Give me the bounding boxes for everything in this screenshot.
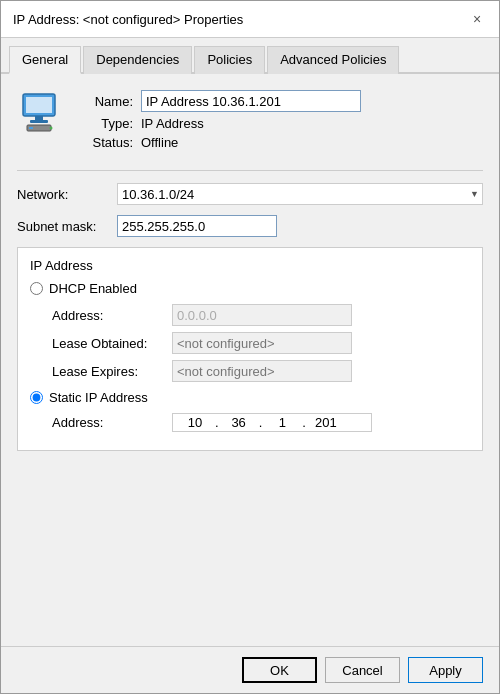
header-fields: Name: Type: IP Address Status: Offline — [73, 90, 483, 154]
close-button[interactable]: × — [467, 9, 487, 29]
tab-general[interactable]: General — [9, 46, 81, 74]
static-subfields: Address: . . . — [52, 413, 470, 432]
lease-obtained-input — [172, 332, 352, 354]
cancel-button[interactable]: Cancel — [325, 657, 400, 683]
lease-expires-input — [172, 360, 352, 382]
subnet-label: Subnet mask: — [17, 219, 117, 234]
dhcp-radio[interactable] — [30, 282, 43, 295]
dhcp-address-input — [172, 304, 352, 326]
status-label: Status: — [73, 135, 133, 150]
network-row: Network: 10.36.1.0/24 — [17, 183, 483, 205]
footer: OK Cancel Apply — [1, 646, 499, 693]
ip-dot-2: . — [257, 415, 265, 430]
status-value: Offline — [141, 135, 178, 150]
network-select[interactable]: 10.36.1.0/24 — [117, 183, 483, 205]
static-label[interactable]: Static IP Address — [49, 390, 148, 405]
ip-segment-3[interactable] — [264, 415, 300, 430]
svg-rect-5 — [29, 127, 33, 129]
divider-1 — [17, 170, 483, 171]
ip-dot-1: . — [213, 415, 221, 430]
svg-rect-2 — [35, 116, 43, 120]
static-radio-row: Static IP Address — [30, 390, 470, 405]
lease-expires-label: Lease Expires: — [52, 364, 172, 379]
dhcp-address-label: Address: — [52, 308, 172, 323]
subnet-input[interactable] — [117, 215, 277, 237]
svg-point-6 — [50, 127, 53, 130]
title-bar: IP Address: <not configured> Properties … — [1, 1, 499, 38]
dhcp-subfields: Address: Lease Obtained: Lease Expires: — [52, 304, 470, 382]
lease-expires-row: Lease Expires: — [52, 360, 470, 382]
svg-rect-1 — [26, 97, 52, 113]
ok-button[interactable]: OK — [242, 657, 317, 683]
static-ip-input: . . . — [172, 413, 372, 432]
name-row: Name: — [73, 90, 483, 112]
tab-dependencies[interactable]: Dependencies — [83, 46, 192, 74]
tab-content: Name: Type: IP Address Status: Offline N… — [1, 74, 499, 646]
ip-segment-1[interactable] — [177, 415, 213, 430]
type-value: IP Address — [141, 116, 204, 131]
dhcp-address-row: Address: — [52, 304, 470, 326]
name-label: Name: — [73, 94, 133, 109]
static-address-label: Address: — [52, 415, 172, 430]
static-radio[interactable] — [30, 391, 43, 404]
window-title: IP Address: <not configured> Properties — [13, 12, 243, 27]
ip-address-group: IP Address DHCP Enabled Address: Lease O… — [17, 247, 483, 451]
dhcp-label[interactable]: DHCP Enabled — [49, 281, 137, 296]
apply-button[interactable]: Apply — [408, 657, 483, 683]
header-section: Name: Type: IP Address Status: Offline — [17, 90, 483, 154]
status-row: Status: Offline — [73, 135, 483, 150]
ip-dot-3: . — [300, 415, 308, 430]
type-label: Type: — [73, 116, 133, 131]
properties-window: IP Address: <not configured> Properties … — [0, 0, 500, 694]
type-row: Type: IP Address — [73, 116, 483, 131]
tab-policies[interactable]: Policies — [194, 46, 265, 74]
lease-obtained-label: Lease Obtained: — [52, 336, 172, 351]
svg-rect-3 — [30, 120, 48, 123]
tab-advanced-policies[interactable]: Advanced Policies — [267, 46, 399, 74]
dhcp-radio-row: DHCP Enabled — [30, 281, 470, 296]
subnet-row: Subnet mask: — [17, 215, 483, 237]
network-select-wrapper: 10.36.1.0/24 — [117, 183, 483, 205]
ip-segment-4[interactable] — [308, 415, 344, 430]
group-title: IP Address — [30, 258, 470, 273]
lease-obtained-row: Lease Obtained: — [52, 332, 470, 354]
network-label: Network: — [17, 187, 117, 202]
tab-bar: General Dependencies Policies Advanced P… — [1, 38, 499, 74]
ip-segment-2[interactable] — [221, 415, 257, 430]
static-address-row: Address: . . . — [52, 413, 470, 432]
name-input[interactable] — [141, 90, 361, 112]
resource-icon — [17, 90, 61, 134]
